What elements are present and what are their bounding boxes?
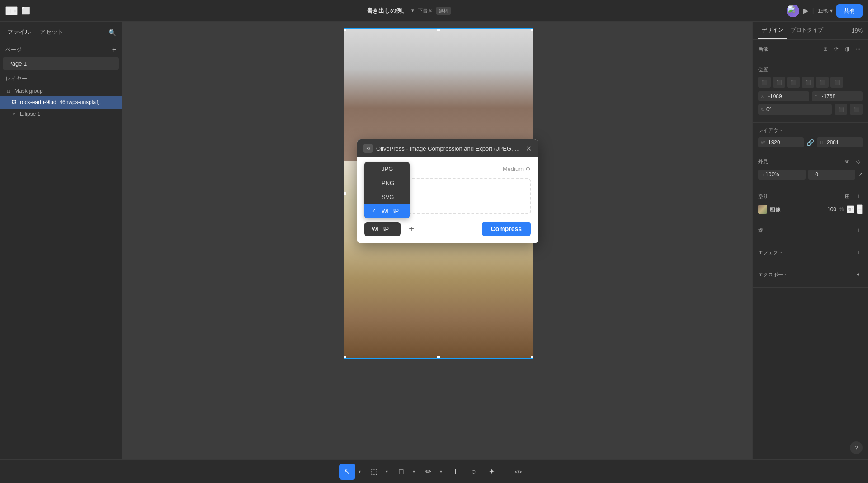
format-option-svg[interactable]: SVG [364,190,410,204]
handle-bottom-left[interactable] [344,356,346,359]
format-option-jpg[interactable]: JPG [364,162,410,176]
align-bottom-btn[interactable]: ⬛ [830,77,843,88]
play-button[interactable]: ▶ [803,6,808,15]
handle-bottom-center[interactable] [437,356,440,359]
layout-section: レイアウト W 1920 🔗 H 2881 [753,123,868,152]
handle-top-right[interactable] [531,28,533,31]
export-add-btn[interactable]: + [854,270,863,279]
divider: | [812,7,814,15]
paint-swatch-color [758,205,767,214]
wh-inputs: W 1920 🔗 H 2881 [758,137,863,147]
h-value: 2881 [827,139,860,146]
topbar-center: 書き出しの例。 ▾ 下書き 無料 [367,7,451,15]
corner-input[interactable]: ⌐ 0 [808,170,856,180]
tab-asset[interactable]: アセット [38,25,65,40]
handle-top-center[interactable] [437,28,440,31]
format-button[interactable]: WEBP [364,222,401,236]
align-center-btn[interactable]: ⬛ [773,77,785,88]
appearance-section-actions: 👁 ◇ [843,157,863,166]
x-input-group[interactable]: X -1089 [758,91,809,101]
component-tool-btn[interactable]: ✦ [484,464,500,480]
paint-grid-icon-btn[interactable]: ⊞ [843,192,852,201]
logo-button[interactable]: ⊞ ▾ [5,6,18,15]
handle-middle-left[interactable] [344,192,346,195]
paint-add-icon-btn[interactable]: + [854,192,863,201]
fullscreen-icon-btn[interactable]: ⤢ [858,171,863,178]
paint-visibility-btn[interactable]: 👁 [847,205,854,213]
canvas-area[interactable]: ⟲ OlivePress - Image Compression and Exp… [122,22,752,459]
format-option-webp[interactable]: ✓ WEBP [364,204,410,218]
text-tool-btn[interactable]: T [448,464,464,480]
align-left-btn[interactable]: ⬛ [758,77,771,88]
code-tool-btn[interactable]: </> [508,464,529,480]
search-icon[interactable]: 🔍 [108,29,116,36]
layer-item-mask-group[interactable]: □ Mask group [0,85,122,96]
rotation-input-group[interactable]: ↻ 0° [758,104,832,115]
shape-tool-sub-btn[interactable]: ▾ [410,464,419,480]
pen-tool-sub-btn[interactable]: ▾ [437,464,446,480]
y-input-group[interactable]: Y -1768 [812,91,863,101]
add-page-icon[interactable]: + [112,46,116,54]
percent-label: 19% [818,8,829,14]
more-icon-btn[interactable]: ··· [854,44,863,53]
tab-file[interactable]: ファイル [5,25,33,40]
percent-button[interactable]: 19% ▾ [818,8,833,14]
mask-icon-btn[interactable]: ◑ [843,44,852,53]
resize-icon-btn[interactable]: ⟳ [832,44,841,53]
shape-tool-btn[interactable]: □ [393,464,410,480]
w-label: W [761,140,766,145]
select-tool-btn[interactable]: ↖ [339,464,355,480]
clip-icon-btn[interactable]: ◇ [854,157,863,166]
topbar-left: ⊞ ▾ ⬜ [5,6,30,15]
dialog-close-button[interactable]: ✕ [526,144,532,153]
align-right-btn[interactable]: ⬛ [787,77,800,88]
pen-tool-btn[interactable]: ✏ [420,464,437,480]
frame-tool-btn[interactable]: ⬚ [366,464,382,480]
line-add-btn[interactable]: + [854,226,863,235]
chain-icon[interactable]: 🔗 [807,139,814,146]
visibility-icon-btn[interactable]: 👁 [843,157,852,166]
format-label-svg: SVG [382,194,394,200]
avatar[interactable] [787,5,799,17]
format-label-webp: WEBP [382,208,399,214]
effect-add-btn[interactable]: + [854,248,863,257]
format-dropdown: JPG PNG SVG ✓ [364,162,410,218]
select-tool-sub-btn[interactable]: ▾ [355,464,364,480]
w-value: 1920 [768,139,801,146]
h-input-group[interactable]: H 2881 [817,137,863,147]
handle-bottom-right[interactable] [531,356,533,359]
layout-button[interactable]: ⬜ [21,6,30,15]
align-top-btn[interactable]: ⬛ [802,77,814,88]
page-item-1[interactable]: Page 1 [3,57,119,70]
opacity-input[interactable]: □ 100% [758,170,806,180]
rotation-value: 0° [766,106,829,113]
opacity-icon: □ [761,172,764,177]
w-input-group[interactable]: W 1920 [758,137,804,147]
medium-button[interactable]: Medium ⚙ [503,166,531,172]
project-chevron[interactable]: ▾ [411,8,414,14]
tab-design[interactable]: デザイン [758,22,787,39]
layer-item-ellipse[interactable]: ○ Ellipse 1 [0,109,122,119]
paint-section-title: 塗り [758,193,768,200]
paint-remove-btn[interactable]: − [857,204,863,214]
add-format-button[interactable]: + [404,222,419,236]
flip-v-btn[interactable]: ⬛ [850,104,863,115]
handle-top-left[interactable] [344,28,346,31]
tab-prototype[interactable]: プロトタイプ [787,22,827,39]
paint-row: 画像 100 % 👁 − [758,204,863,214]
share-button[interactable]: 共有 [836,4,863,18]
align-middle-btn[interactable]: ⬛ [816,77,829,88]
compress-button[interactable]: Compress [482,222,531,236]
image-section-title: 画像 [758,46,768,52]
format-option-png[interactable]: PNG [364,176,410,190]
comment-tool-btn[interactable]: ○ [466,464,482,480]
help-button[interactable]: ? [850,441,863,454]
grid-icon-btn[interactable]: ⊞ [821,44,830,53]
frame-tool-sub-btn[interactable]: ▾ [382,464,392,480]
medium-label: Medium [503,166,524,172]
paint-swatch[interactable] [758,205,767,214]
flip-h-btn[interactable]: ⬛ [835,104,847,115]
layer-item-image[interactable]: 🖼 rock-earth-9ludL46nwps-unsplaし [0,96,122,109]
line-section-title: 線 [758,227,763,234]
plugin-dialog-title-row: ⟲ OlivePress - Image Compression and Exp… [363,144,519,153]
